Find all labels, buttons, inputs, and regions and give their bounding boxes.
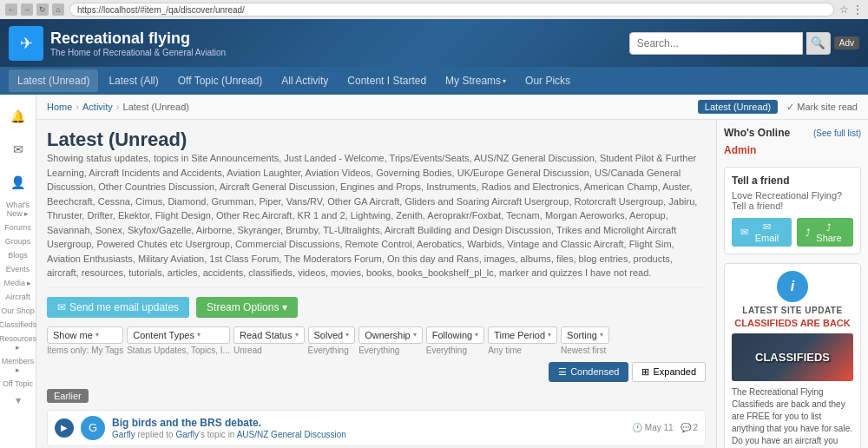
sidebar-label-aircraft: Aircraft — [5, 293, 30, 301]
breadcrumb-home[interactable]: Home — [47, 102, 72, 112]
filter-ownership: Ownership ▾ Everything — [358, 326, 423, 355]
classifieds-back-title: CLASSIFIEDS ARE BACK — [732, 318, 853, 328]
sidebar-label-blogs: Blogs — [8, 251, 28, 260]
url-bar[interactable]: https://localhost/#item_/qa/discover/unr… — [69, 3, 834, 16]
sidebar-item-messages[interactable]: ✉ — [0, 135, 36, 164]
main-nav: Latest (Unread) Latest (All) Off Topic (… — [0, 67, 868, 95]
solved-dropdown[interactable]: Solved ▾ — [308, 326, 356, 344]
sidebar-item-profile[interactable]: 👤 — [0, 168, 36, 197]
following-dropdown[interactable]: Following ▾ — [426, 326, 484, 344]
sidebar-right: Who's Online (See full list) Admin Tell … — [716, 120, 868, 448]
see-full-list-link[interactable]: (See full list) — [813, 128, 861, 138]
sidebar-expand-arrow[interactable]: ▶ — [14, 399, 22, 404]
sidebar-item-events[interactable]: Events — [0, 265, 36, 275]
my-streams-caret: ▾ — [503, 77, 506, 85]
search-input[interactable] — [629, 32, 803, 55]
condensed-icon: ☰ — [558, 366, 567, 378]
time-period-dropdown[interactable]: Time Period ▾ — [488, 326, 557, 344]
envelope-small-icon: ✉ — [57, 301, 66, 313]
logo-text: Recreational flying The Home of Recreati… — [50, 30, 226, 57]
nav-item-all-activity[interactable]: All Activity — [273, 69, 337, 92]
post-title-1[interactable]: Big birds and the BRS debate. — [112, 417, 625, 429]
sidebar-item-off-topic[interactable]: Off Topic — [0, 379, 36, 390]
latest-update-title: LATEST SITE UPDATE — [732, 306, 853, 315]
post-category-link-1[interactable]: AUS/NZ General Discussion — [237, 430, 346, 439]
back-button[interactable]: ← — [5, 3, 17, 16]
sidebar-item-forums[interactable]: Forums — [0, 223, 36, 234]
search-button[interactable]: 🔍 — [806, 32, 831, 55]
info-icon: i — [777, 271, 808, 302]
show-me-dropdown[interactable]: Show me ▾ — [47, 326, 123, 344]
checkmark-icon: ✓ — [786, 102, 794, 113]
reload-button[interactable]: ↻ — [36, 3, 49, 16]
ownership-dropdown[interactable]: Ownership ▾ — [358, 326, 423, 344]
mark-site-read[interactable]: ✓ Mark site read — [786, 102, 858, 113]
sidebar-item-media[interactable]: Media ▸ — [0, 279, 36, 289]
view-toggle: ☰ Condensed ⊞ Expanded — [47, 362, 706, 382]
sidebar-label-whats-new: What's New ▸ — [0, 201, 36, 218]
content-area: Latest (Unread) Showing status updates, … — [36, 120, 868, 448]
expanded-view-button[interactable]: ⊞ Expanded — [632, 362, 706, 382]
online-user-admin[interactable]: Admin — [724, 144, 861, 156]
stream-options-button[interactable]: Stream Options ▾ — [196, 297, 298, 318]
sidebar-item-blogs[interactable]: Blogs — [0, 251, 36, 261]
home-button[interactable]: ⌂ — [52, 3, 64, 16]
sidebar-label-members: Members ▸ — [0, 357, 36, 374]
tell-email-button[interactable]: ✉ ✉ Email — [732, 218, 792, 247]
filter-content-types: Content Types ▾ Status Updates, Topics, … — [127, 326, 230, 355]
user-icon: 👤 — [5, 169, 31, 195]
sidebar-item-whats-new[interactable]: What's New ▸ — [0, 201, 36, 220]
condensed-view-button[interactable]: ☰ Condensed — [549, 362, 628, 382]
nav-item-our-picks[interactable]: Our Picks — [516, 69, 579, 92]
nav-item-my-streams[interactable]: My Streams ▾ — [437, 69, 515, 92]
time-period-caret: ▾ — [548, 331, 551, 339]
sidebar-label-forums: Forums — [4, 223, 31, 232]
browser-controls: ← → ↻ ⌂ — [5, 3, 64, 16]
read-status-dropdown[interactable]: Read Status ▾ — [233, 326, 305, 344]
whos-online: Who's Online (See full list) Admin — [724, 127, 861, 156]
post-topic-author-link-1[interactable]: Garfly — [175, 430, 199, 439]
post-list: ▶ G Big birds and the BRS debate. Garfly… — [47, 410, 706, 449]
sidebar-item-groups[interactable]: Groups — [0, 237, 36, 247]
url-text: https://localhost/#item_/qa/discover/unr… — [77, 5, 245, 15]
adv-button[interactable]: Adv — [834, 36, 859, 49]
bookmark-icon[interactable]: ☆ — [839, 3, 849, 16]
post-author-link-1[interactable]: Garfly — [112, 430, 135, 439]
sidebar-item-classifieds[interactable]: Classifieds — [0, 320, 36, 331]
tell-share-button[interactable]: ⤴ ⤴ Share — [797, 218, 853, 247]
nav-item-latest-unread[interactable]: Latest (Unread) — [9, 69, 98, 92]
ownership-sub: Everything — [358, 346, 423, 355]
breadcrumb-activity[interactable]: Activity — [82, 102, 113, 112]
search-area: 🔍 Adv — [629, 32, 859, 55]
main-area: Home › Activity › Latest (Unread) Latest… — [36, 95, 868, 448]
nav-item-latest-all[interactable]: Latest (All) — [100, 69, 167, 92]
filter-show-me: Show me ▾ Items only: My Tags — [47, 326, 123, 355]
post-play-button-1[interactable]: ▶ — [55, 418, 74, 438]
envelope-icon-tell: ✉ — [740, 227, 748, 238]
post-meta-1: Garfly replied to Garfly's topic in AUS/… — [112, 430, 625, 439]
sidebar-item-members[interactable]: Members ▸ — [0, 357, 36, 376]
menu-icon[interactable]: ⋮ — [852, 3, 863, 16]
forward-button[interactable]: → — [21, 3, 33, 16]
filter-sorting: Sorting ▾ Newest first — [561, 326, 609, 355]
sidebar-label-classifieds: Classifieds — [0, 320, 36, 329]
email-updates-button[interactable]: ✉ Send me email updates — [47, 297, 189, 318]
sidebar-item-aircraft[interactable]: Aircraft — [0, 293, 36, 303]
site-header: ✈ Recreational flying The Home of Recrea… — [0, 19, 868, 67]
filter-solved: Solved ▾ Everything — [308, 326, 356, 355]
sidebar-item-resources[interactable]: Resources ▸ — [0, 334, 36, 353]
sidebar-label-off-topic: Off Topic — [3, 379, 33, 388]
tell-friend-buttons: ✉ ✉ Email ⤴ ⤴ Share — [732, 218, 853, 247]
post-stats-1: 🕐 May 11 💬 2 — [632, 423, 698, 432]
sorting-dropdown[interactable]: Sorting ▾ — [561, 326, 609, 344]
latest-unread-tab[interactable]: Latest (Unread) — [698, 100, 778, 114]
sidebar-item-shop[interactable]: Our Shop — [0, 306, 36, 317]
content-types-dropdown[interactable]: Content Types ▾ — [127, 326, 230, 344]
nav-item-content-started[interactable]: Content I Started — [339, 69, 435, 92]
share-icon: ⤴ — [806, 227, 811, 238]
tell-friend-section: Tell a friend Love Recreational Flying? … — [724, 167, 861, 254]
sidebar-item-notifications[interactable]: 🔔 — [0, 102, 36, 131]
nav-item-off-topic[interactable]: Off Topic (Unread) — [169, 69, 272, 92]
action-bar: ✉ Send me email updates Stream Options ▾ — [47, 297, 706, 318]
post-count-1: 💬 2 — [681, 423, 698, 432]
